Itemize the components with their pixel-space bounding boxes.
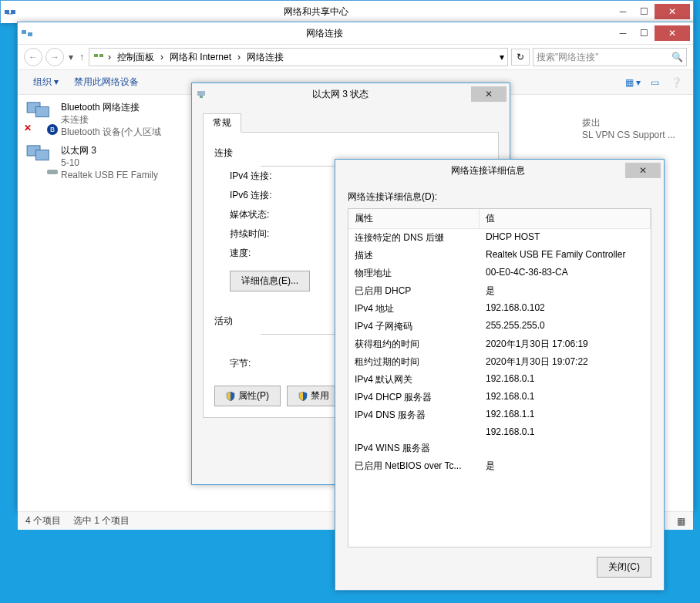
crumb-segment[interactable]: 网络连接 [244,51,287,64]
table-row[interactable]: 已启用 DHCP是 [348,282,651,300]
connection-item-vpn[interactable]: 拨出 SL VPN CS Support ... [582,116,690,141]
chevron-right-icon: › [105,52,114,62]
breadcrumb[interactable]: › 控制面板 › 网络和 Internet › 网络连接 ▾ [89,48,508,66]
value-cell: 192.168.0.1 [480,371,651,389]
shield-icon [226,392,235,401]
value-cell: 是 [480,457,651,475]
table-row[interactable]: 192.168.0.1 [348,424,651,440]
crumb-segment[interactable]: 网络和 Internet [167,51,234,64]
chevron-right-icon: › [234,52,244,62]
property-cell: 已启用 NetBIOS over Tc... [348,457,480,475]
search-icon: 🔍 [671,52,683,62]
refresh-button[interactable]: ↻ [511,49,530,66]
connection-device: SL VPN CS Support ... [582,129,675,141]
property-cell: 获得租约的时间 [348,335,480,353]
connection-device: Bluetooth 设备(个人区域 [61,126,161,138]
forward-button[interactable]: → [45,48,64,66]
value-cell: 00-E0-4C-36-83-CA [480,264,651,282]
app-icon [4,5,16,18]
organize-menu[interactable]: 组织 ▾ [25,76,66,89]
svg-rect-10 [35,150,49,160]
header-value[interactable]: 值 [480,209,651,228]
connection-group-label: 连接 [214,147,487,160]
close-button[interactable]: ✕ [655,4,690,19]
titlebar[interactable]: 以太网 3 状态 ✕ [192,83,510,105]
property-cell: IPv4 DNS 服务器 [348,406,480,424]
table-row[interactable]: 描述Realtek USB FE Family Controller [348,247,651,264]
titlebar[interactable]: 网络和共享中心 ─ ☐ ✕ [1,1,693,22]
close-details-button[interactable]: 关闭(C) [597,557,651,578]
connection-status: 拨出 [582,116,675,129]
titlebar[interactable]: 网络连接详细信息 ✕ [335,160,664,181]
table-row[interactable]: IPv4 DHCP 服务器192.168.0.1 [348,389,651,406]
recent-dropdown[interactable]: ▾ [67,52,75,62]
ethernet-connection-icon [25,144,56,175]
table-row[interactable]: IPv4 子网掩码255.255.255.0 [348,318,651,335]
ipv6-conn-label: IPv6 连接: [230,189,322,202]
connection-item-ethernet[interactable]: 以太网 3 5-10 Realtek USB FE Family [25,144,187,181]
value-cell: 2020年1月30日 19:07:22 [480,353,651,371]
table-row[interactable]: IPv4 DNS 服务器192.168.1.1 [348,406,651,424]
svg-rect-4 [28,32,32,36]
speed-label: 速度: [230,247,322,260]
property-cell: IPv4 子网掩码 [348,318,480,335]
table-row[interactable]: 获得租约的时间2020年1月30日 17:06:19 [348,335,651,353]
properties-button[interactable]: 属性(P) [214,386,281,406]
adapter-icon [195,88,207,100]
ipv4-conn-label: IPv4 连接: [230,170,322,183]
window-title: 网络连接详细信息 [351,164,624,177]
close-button[interactable]: ✕ [655,25,690,41]
details-label: 网络连接详细信息(D): [348,190,651,204]
crumb-segment[interactable]: 控制面板 [114,51,157,64]
titlebar[interactable]: 网络连接 ─ ☐ ✕ [18,22,693,44]
svg-rect-13 [200,96,203,98]
network-sharing-center-window: 网络和共享中心 ─ ☐ ✕ [0,0,694,23]
close-button[interactable]: ✕ [625,163,661,178]
connection-device: Realtek USB FE Family [61,169,158,181]
value-cell: Realtek USB FE Family Controller [480,247,651,264]
value-cell: 192.168.0.102 [480,300,651,318]
selected-count: 选中 1 个项目 [73,514,130,527]
property-cell: IPv4 WINS 服务器 [348,440,480,457]
disable-button[interactable]: 禁用 [287,386,341,406]
connection-item-bluetooth[interactable]: ✕ B Bluetooth 网络连接 未连接 Bluetooth 设备(个人区域 [25,101,187,138]
search-input[interactable]: 搜索"网络连接" 🔍 [533,48,687,66]
header-property[interactable]: 属性 [348,209,480,228]
table-row[interactable]: IPv4 WINS 服务器 [348,440,651,457]
svg-rect-12 [197,91,205,96]
view-tiles-icon[interactable]: ▦ [677,516,685,527]
window-controls: ─ ☐ ✕ [612,4,690,19]
disable-device-button[interactable]: 禁用此网络设备 [66,76,146,89]
help-button[interactable]: ❔ [667,73,685,92]
details-button[interactable]: 详细信息(E)... [230,271,310,291]
item-count: 4 个项目 [25,514,61,527]
value-cell: 192.168.1.1 [480,406,651,424]
view-options-button[interactable]: ▦ ▾ [624,73,642,92]
connection-status: 未连接 [61,113,161,126]
address-bar: ← → ▾ ↑ › 控制面板 › 网络和 Internet › 网络连接 ▾ ↻… [18,44,693,70]
table-row[interactable]: 物理地址00-E0-4C-36-83-CA [348,264,651,282]
up-button[interactable]: ↑ [78,52,86,62]
table-row[interactable]: IPv4 地址192.168.0.102 [348,300,651,318]
maximize-button[interactable]: ☐ [634,4,654,19]
property-cell [348,424,480,440]
preview-pane-button[interactable]: ▭ [645,73,664,92]
back-button[interactable]: ← [24,48,42,66]
svg-rect-5 [94,54,98,57]
dropdown-icon[interactable]: ▾ [500,52,504,62]
value-cell: 255.255.255.0 [480,318,651,335]
close-button[interactable]: ✕ [471,86,506,102]
maximize-button[interactable]: ☐ [634,25,654,41]
minimize-button[interactable]: ─ [613,25,633,41]
table-row[interactable]: IPv4 默认网关192.168.0.1 [348,371,651,389]
property-cell: 已启用 DHCP [348,282,480,300]
table-row[interactable]: 连接特定的 DNS 后缀DHCP HOST [348,229,651,247]
table-row[interactable]: 已启用 NetBIOS over Tc...是 [348,457,651,475]
duration-label: 持续时间: [230,227,322,241]
minimize-button[interactable]: ─ [613,4,633,19]
media-state-label: 媒体状态: [230,208,322,221]
chevron-right-icon: › [157,52,167,62]
table-row[interactable]: 租约过期的时间2020年1月30日 19:07:22 [348,353,651,371]
tab-general[interactable]: 常规 [203,113,241,133]
table-header: 属性 值 [348,209,651,229]
